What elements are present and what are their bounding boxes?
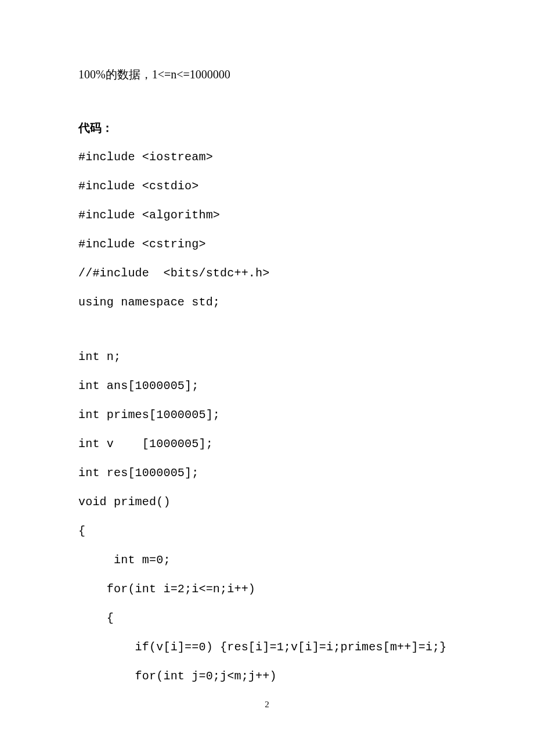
code-line: {	[78, 524, 456, 539]
code-line: #include <iostream>	[78, 150, 456, 165]
page-number: 2	[0, 700, 534, 710]
code-line: int res[1000005];	[78, 466, 456, 481]
code-line: if(v[i]==0) {res[i]=1;v[i]=i;primes[m++]…	[78, 640, 456, 655]
code-line: for(int j=0;j<m;j++)	[78, 669, 456, 684]
code-line: int ans[1000005];	[78, 379, 456, 394]
code-line: int v [1000005];	[78, 437, 456, 452]
code-line: #include <cstring>	[78, 237, 456, 252]
code-line: int m=0;	[78, 553, 456, 568]
code-line: {	[78, 611, 456, 626]
code-line: using namespace std;	[78, 295, 456, 310]
document-page: 100%的数据，1<=n<=1000000 代码： #include <iost…	[0, 0, 534, 756]
code-line: int primes[1000005];	[78, 408, 456, 423]
code-line: for(int i=2;i<=n;i++)	[78, 582, 456, 597]
code-heading: 代码：	[78, 120, 456, 136]
code-line: #include <cstdio>	[78, 179, 456, 194]
data-range-text: 100%的数据，1<=n<=1000000	[78, 67, 456, 82]
code-line: //#include <bits/stdc++.h>	[78, 266, 456, 281]
code-line: void primed()	[78, 495, 456, 510]
code-line: #include <algorithm>	[78, 208, 456, 223]
blank-line	[78, 324, 456, 350]
code-line: int n;	[78, 350, 456, 365]
